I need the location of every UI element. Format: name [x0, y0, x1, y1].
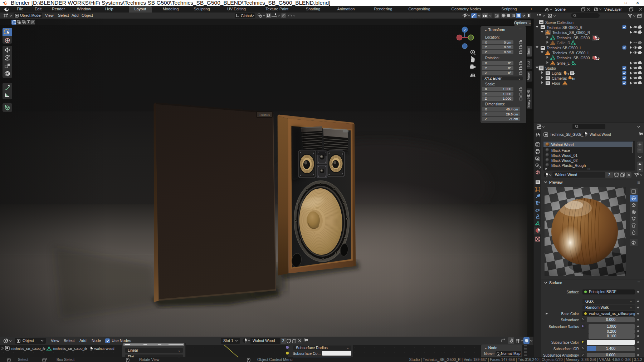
svg-text:Technics: Technics — [259, 113, 270, 116]
svg-text:Z: Z — [464, 28, 466, 32]
